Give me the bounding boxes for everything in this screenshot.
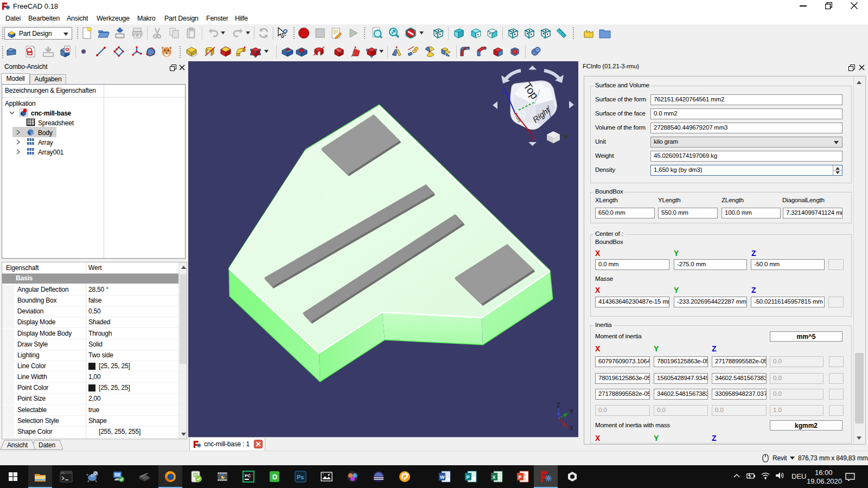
- svg-text:X: X: [570, 425, 573, 431]
- svg-text:X: X: [493, 474, 496, 480]
- svg-text:Daten: Daten: [39, 441, 55, 449]
- svg-text:W: W: [440, 474, 445, 480]
- svg-text:?: ?: [283, 28, 288, 37]
- svg-text:Z: Z: [557, 402, 560, 408]
- svg-text:Y: Y: [570, 409, 573, 415]
- svg-text:Ansicht: Ansicht: [7, 441, 28, 449]
- svg-text:Ps: Ps: [297, 474, 304, 480]
- svg-text:X: X: [531, 135, 535, 142]
- svg-text:C:\_: C:\_: [61, 472, 66, 474]
- svg-text:P: P: [519, 474, 522, 480]
- svg-text:D: D: [272, 473, 277, 481]
- svg-text:P: P: [467, 474, 470, 480]
- svg-text:Z: Z: [502, 87, 506, 94]
- svg-text:PC: PC: [245, 473, 251, 478]
